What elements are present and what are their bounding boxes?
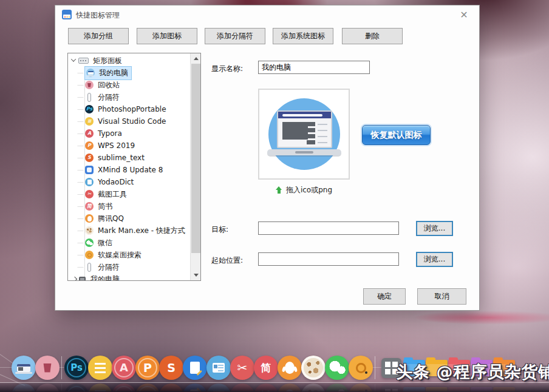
- tree-item-recycle-bin[interactable]: 回收站: [68, 79, 121, 91]
- target-browse-button[interactable]: 浏览...: [416, 221, 453, 236]
- desktop: 快捷图标管理 ✕ 添加分组 添加图标 添加分隔符 添加系统图标 删除 矩形面板 …: [0, 0, 549, 392]
- dock-item-sublime[interactable]: S: [159, 356, 183, 380]
- tree-item-qq[interactable]: 腾讯QQ: [68, 212, 125, 225]
- yodao-dict-icon: [85, 178, 94, 186]
- dock-item-wechat[interactable]: [325, 356, 349, 380]
- dock-reflection: Ps A P S ✂ 简: [12, 384, 515, 391]
- separator-bar-icon: [87, 93, 91, 102]
- tree-root[interactable]: 矩形面板: [68, 55, 123, 67]
- markman-icon: [301, 384, 326, 391]
- target-input[interactable]: [258, 221, 399, 235]
- dock-folder-blue: [403, 388, 425, 392]
- tree-item-sublime[interactable]: S sublime_text: [68, 152, 146, 164]
- typora-icon: A: [120, 390, 128, 391]
- restore-default-icon-button[interactable]: 恢复默认图标: [362, 125, 431, 145]
- dock-item-windows-tile: [381, 386, 401, 392]
- tree-item-snip-tool[interactable]: ✂ 截图工具: [68, 188, 128, 200]
- dock-item-my-computer[interactable]: [12, 356, 36, 380]
- shortcut-tree: 矩形面板 我的电脑 回收站 分隔符 Ps: [67, 53, 201, 281]
- dock-item-vscode[interactable]: [88, 356, 112, 380]
- add-system-icon-button[interactable]: 添加系统图标: [273, 28, 333, 44]
- scissors-icon: ✂: [85, 190, 94, 198]
- scrollbar-thumb[interactable]: [191, 64, 200, 253]
- jianshu-icon: 简: [85, 202, 94, 211]
- start-location-input[interactable]: [258, 252, 399, 266]
- tree-item-separator-2[interactable]: 分隔符: [68, 261, 121, 273]
- dock-item-recycle-bin: [35, 384, 60, 391]
- photoshop-icon: Ps: [85, 105, 94, 113]
- scissors-icon: ✂: [237, 362, 248, 374]
- target-label: 目标:: [211, 225, 228, 235]
- tree-item-jianshu[interactable]: 简 简书: [68, 200, 114, 212]
- add-separator-button[interactable]: 添加分隔符: [205, 28, 265, 44]
- sublime-icon: S: [85, 154, 94, 162]
- qq-penguin-icon: [85, 214, 94, 223]
- bottom-shade: [0, 383, 549, 392]
- tree-item-vscode[interactable]: ≡ Visual Studio Code: [68, 115, 167, 127]
- dock-item-yodao[interactable]: [206, 356, 231, 380]
- tree-item-my-computer-group[interactable]: 我的电脑: [68, 273, 121, 281]
- laptop-icon: [17, 364, 30, 372]
- add-icon-button[interactable]: 添加图标: [137, 28, 197, 44]
- scissors-icon: ✂: [237, 390, 248, 391]
- delete-button[interactable]: 删除: [342, 28, 403, 44]
- trash-icon: [43, 391, 52, 392]
- wps-icon: P: [143, 390, 152, 392]
- dock-separator: [61, 356, 62, 379]
- start-location-browse-button[interactable]: 浏览...: [416, 252, 453, 267]
- dock-item-photoshop[interactable]: Ps: [64, 356, 89, 380]
- scroll-up-icon[interactable]: [191, 53, 201, 64]
- dock-folder-purple: [471, 388, 493, 392]
- close-icon[interactable]: ✕: [457, 8, 471, 22]
- tree-item-wechat[interactable]: 微信: [68, 237, 114, 249]
- dock-item-jianshu: 简: [254, 384, 278, 391]
- dock-item-jianshu[interactable]: 简: [254, 356, 278, 380]
- dictionary-icon: [213, 363, 225, 373]
- wechat-icon: [85, 238, 94, 247]
- dock-item-qq[interactable]: [278, 356, 302, 380]
- tree-item-xmind[interactable]: XMind 8 Update 8: [68, 164, 164, 176]
- typora-icon: A: [85, 129, 94, 138]
- chevron-down-icon: [71, 56, 76, 61]
- tree-item-markman[interactable]: Mark Man.exe - 快捷方式: [68, 225, 186, 237]
- dock-item-wps[interactable]: P: [135, 356, 160, 380]
- dock-item-recycle-bin[interactable]: [35, 356, 60, 380]
- scroll-down-icon[interactable]: [191, 270, 201, 280]
- panel-icon: [78, 58, 89, 64]
- dock-item-markman[interactable]: [301, 356, 326, 380]
- dock-item-photoshop: Ps: [64, 384, 89, 391]
- tree-item-typora[interactable]: A Typora: [68, 127, 123, 140]
- cancel-button[interactable]: 取消: [417, 288, 466, 305]
- display-name-label: 显示名称:: [211, 64, 243, 74]
- icon-preview[interactable]: [258, 89, 350, 180]
- trash-icon: [43, 363, 52, 373]
- wechat-icon: [328, 388, 346, 391]
- dock-item-ruanmei-search[interactable]: [349, 356, 373, 380]
- dock-separator: [375, 356, 375, 379]
- dock-item-yodao: [206, 384, 231, 391]
- magnifier-icon: [85, 251, 94, 259]
- dock-item-snip-tool: ✂: [230, 384, 254, 391]
- tree-item-separator[interactable]: 分隔符: [68, 91, 121, 103]
- separator-bar-icon: [87, 263, 91, 272]
- markman-icon: [301, 356, 326, 380]
- add-group-button[interactable]: 添加分组: [68, 28, 129, 44]
- dock-item-qq: [278, 384, 302, 391]
- dock-item-snip-tool[interactable]: ✂: [230, 356, 254, 380]
- tree-scrollbar[interactable]: [190, 53, 200, 280]
- tree-item-yodao[interactable]: YodaoDict: [68, 176, 135, 188]
- tree-item-photoshop[interactable]: Ps PhotoshopPortable: [68, 103, 168, 115]
- tree-item-ruanmei-search[interactable]: 软媒桌面搜索: [68, 249, 143, 261]
- tree-item-wps[interactable]: P WPS 2019: [68, 140, 136, 152]
- jianshu-icon: 简: [261, 363, 271, 373]
- tree-item-my-computer[interactable]: 我的电脑: [68, 67, 131, 79]
- start-location-label: 起始位置:: [211, 255, 243, 266]
- display-name-input[interactable]: [258, 61, 370, 74]
- dock-item-xmind[interactable]: [183, 356, 207, 380]
- dock-item-typora[interactable]: A: [112, 356, 136, 380]
- title-bar[interactable]: 快捷图标管理 ✕: [55, 5, 479, 24]
- xmind-icon: [85, 166, 94, 174]
- document-icon: [190, 362, 200, 374]
- ok-button[interactable]: 确定: [363, 288, 406, 305]
- dock-folder-yellow: [426, 388, 448, 392]
